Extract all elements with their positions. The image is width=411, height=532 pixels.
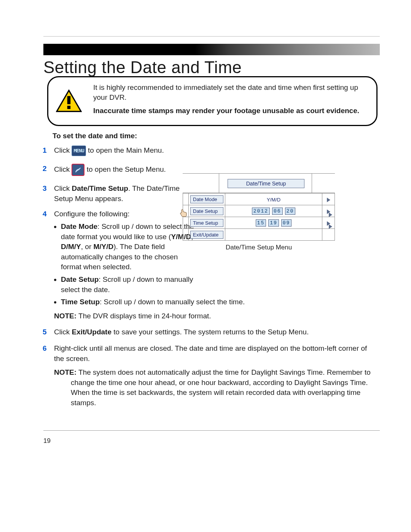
- step-1-text-b: to open the Main Menu.: [88, 146, 164, 154]
- dvr-sec-value: 09: [281, 219, 292, 227]
- note-text: The DVR displays time in 24-hour format.: [76, 312, 211, 320]
- step-number: 5: [41, 327, 54, 337]
- rule-bottom: [43, 430, 380, 431]
- step-1-text-a: Click: [54, 146, 72, 154]
- step-4-intro: Configure the following:: [54, 210, 130, 218]
- callout-line-1: It is highly recommended to immediately …: [93, 83, 367, 102]
- warning-icon: [56, 89, 82, 112]
- step-6-note-text: The system does not automatically adjust…: [71, 368, 371, 407]
- setup-icon: [72, 164, 84, 176]
- step-6-note-label: NOTE:: [54, 368, 76, 376]
- bullet-date-setup-label: Date Setup: [61, 275, 99, 283]
- step-3-link: Date/Time Setup: [72, 184, 128, 192]
- page-number: 19: [43, 437, 51, 445]
- menu-icon: MENU: [72, 145, 86, 156]
- step-number: 1: [41, 145, 54, 156]
- step-3-text-a: Click: [54, 184, 72, 192]
- double-arrow-right-icon: [327, 209, 330, 214]
- step-6-text: Right-click until all menus are closed. …: [54, 344, 367, 363]
- figure-caption: Date/Time Setup Menu: [183, 244, 335, 251]
- dvr-min-value: 19: [268, 219, 279, 227]
- step-number: 4: [41, 209, 54, 321]
- svg-rect-2: [67, 106, 71, 109]
- note-label: NOTE:: [54, 312, 76, 320]
- dvr-date-mode-value: Y/M/D: [267, 197, 280, 203]
- dvr-year-value: 2012: [252, 208, 270, 215]
- bullet-time-setup-label: Time Setup: [61, 298, 100, 306]
- double-arrow-right-icon: [327, 221, 330, 226]
- opt-dmy: D/M/Y: [61, 243, 81, 251]
- dvr-hour-value: 15: [256, 219, 266, 227]
- step-5-text-a: Click: [54, 328, 72, 336]
- dvr-row-exit-update: Exit/Update: [190, 231, 223, 239]
- callout-line-2: Inaccurate time stamps may render your f…: [93, 106, 367, 116]
- rule-top: [43, 36, 380, 37]
- bullet-time-setup-text: : Scroll up / down to manually select th…: [100, 298, 245, 306]
- opt-myd: M/Y/D: [94, 243, 114, 251]
- arrow-right-icon: [327, 198, 330, 202]
- step-number: 3: [41, 184, 54, 204]
- bullet-date-mode-label: Date Mode: [61, 222, 97, 230]
- step-number: 2: [41, 164, 54, 176]
- dvr-day-value: 20: [285, 208, 296, 215]
- dvr-month-value: 06: [272, 208, 283, 215]
- svg-rect-1: [67, 96, 71, 104]
- step-5-link: Exit/Update: [72, 328, 112, 336]
- warning-callout: It is highly recommended to immediately …: [47, 76, 378, 126]
- dvr-row-date-mode: Date Mode: [190, 195, 223, 203]
- dvr-row-date-setup: Date Setup: [190, 207, 223, 215]
- step-2-text-b: to open the Setup Menu.: [87, 165, 166, 173]
- hand-cursor-icon: [179, 208, 188, 219]
- step-number: 6: [41, 343, 54, 408]
- page-title: Setting the Date and Time: [43, 58, 242, 77]
- section-banner: [43, 44, 380, 55]
- dvr-title-bar: Date/Time Setup: [228, 179, 304, 188]
- procedure-subhead: To set the date and time:: [53, 132, 137, 140]
- step-5-text-b: to save your settings. The system return…: [112, 328, 309, 336]
- dvr-row-time-setup: Time Setup: [190, 219, 223, 227]
- datetime-setup-figure: Date/Time Setup Date Mode Y/M/D Date Set…: [183, 173, 335, 251]
- step-2-text-a: Click: [54, 165, 72, 173]
